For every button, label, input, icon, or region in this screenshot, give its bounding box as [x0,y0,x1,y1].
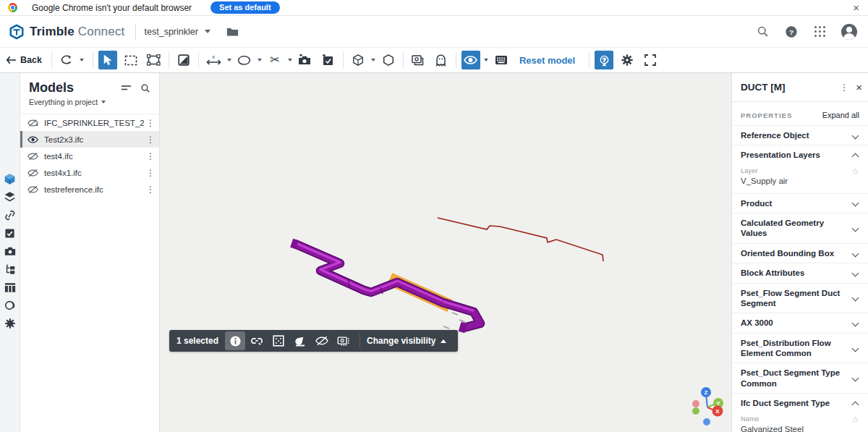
section-pset-duct-segment-type[interactable]: Pset_Duct Segment Type Common [732,363,868,393]
help-icon[interactable]: ? [783,23,800,41]
clip-tool-button[interactable]: ✂ [265,51,284,69]
area-select-button[interactable] [145,51,163,69]
orientation-gizmo: Z Y X [692,387,723,425]
trimble-connect-logo[interactable]: Trimble Connect [9,24,125,40]
settings-gear-button[interactable] [618,51,637,69]
sort-icon[interactable] [121,83,132,93]
model-name: Test2x3.ifc [44,135,83,144]
search-icon[interactable] [754,23,771,41]
viewport-3d[interactable]: Z Y X [160,73,731,432]
scope-caret-icon [101,101,106,103]
model-row[interactable]: test4.ifc ⋮ [20,148,159,164]
orbit-tool-button[interactable] [57,51,76,69]
section-product[interactable]: Product [732,193,868,213]
browser-notification-message: Google Chrome isn't your default browser [32,3,192,13]
marquee-select-button[interactable] [122,51,140,69]
screenshot-selection-icon[interactable] [333,331,354,350]
expand-all-button[interactable]: Expand all [822,111,859,119]
sidebar-clash-icon[interactable] [1,300,19,311]
view-cube-dropdown-caret[interactable] [371,59,375,62]
visibility-off-load-icon[interactable] [27,119,38,127]
chevron-down-icon [852,344,859,352]
model-menu-icon[interactable]: ⋮ [146,168,155,178]
gizmo-neg-y-dot [692,407,699,415]
toolbar-separator [343,52,344,68]
close-panel-icon[interactable]: × [856,81,862,93]
project-selector[interactable]: test_sprinkler [145,27,198,37]
model-row-selected[interactable]: Test2x3.ifc ⋮ [20,131,159,148]
visibility-on-icon[interactable] [27,135,38,144]
section-ifc-duct-segment-type[interactable]: Ifc Duct Segment Type [732,393,868,412]
section-ax-3000[interactable]: AX 3000 [732,313,868,332]
visibility-tool-button[interactable] [461,51,480,69]
hide-selection-icon[interactable] [312,331,332,350]
apps-grid-icon[interactable] [812,23,829,41]
lasso-dropdown-caret[interactable] [258,59,262,62]
section-block-attributes[interactable]: Block Attributes [732,263,868,282]
back-button[interactable]: Back [6,55,42,65]
favorite-star-icon[interactable]: ☆ [851,166,859,187]
measure-dropdown-caret[interactable] [227,59,231,62]
visibility-off-icon[interactable] [27,185,38,194]
clip-dropdown-caret[interactable] [288,59,292,62]
sidebar-layers-icon[interactable] [1,191,19,203]
help-marker-button[interactable]: ? [595,51,613,69]
solid-mode-button[interactable] [379,51,398,69]
visibility-off-icon[interactable] [27,169,38,177]
models-search-icon[interactable] [140,83,150,93]
chevron-down-icon [852,224,859,232]
ghost-mode-button[interactable] [432,51,451,69]
visibility-off-icon[interactable] [27,152,38,161]
app-header: Trimble Connect test_sprinkler ? [0,16,868,48]
scope-selector[interactable]: Everything in project [29,98,152,106]
select-tool-button[interactable] [98,51,117,69]
sidebar-links-icon[interactable] [1,209,19,221]
sidebar-todos-icon[interactable] [1,227,19,239]
section-pset-distribution-flow[interactable]: Pset_Distribution Flow Element Common [732,333,868,363]
model-row[interactable]: test4x1.ifc ⋮ [20,164,159,181]
isolate-icon[interactable] [268,331,289,350]
details-button[interactable] [225,331,245,350]
project-folder-icon[interactable] [226,27,239,37]
view-cube-button[interactable] [349,51,367,69]
visibility-dropdown-caret[interactable] [484,59,488,62]
project-caret-icon[interactable] [205,30,210,33]
properties-menu-icon[interactable]: ⋮ [840,82,848,93]
set-default-button[interactable]: Set as default [210,1,280,14]
section-presentation-layers[interactable]: Presentation Layers [732,145,868,164]
invert-colors-button[interactable] [174,51,193,69]
chevron-up-icon [852,401,859,408]
sidebar-hierarchy-icon[interactable] [1,263,19,275]
change-visibility-button[interactable]: Change visibility [367,336,452,346]
close-notification-icon[interactable]: × [853,2,859,13]
measure-tool-button[interactable]: x [204,51,224,69]
model-menu-icon[interactable]: ⋮ [146,185,155,195]
snapshot-button[interactable] [296,51,315,69]
model-row[interactable]: testreference.ifc ⋮ [20,181,159,198]
lasso-tool-button[interactable] [235,51,254,69]
toolbar-separator [51,52,52,68]
favorite-star-icon[interactable]: ☆ [851,415,859,432]
section-pset-flow-segment[interactable]: Pset_Flow Segment Duct Segment [732,283,868,313]
sidebar-views-icon[interactable] [1,245,19,257]
sidebar-models-icon[interactable] [1,173,19,185]
section-calculated-geometry[interactable]: Calculated Geometry Values [732,213,868,243]
model-row[interactable]: IFC_SPRINKLER_TEST_2x4_red... ⋮ [20,114,159,131]
markup-button[interactable] [319,51,338,69]
toolbar-separator [93,52,93,68]
reset-model-button[interactable]: Reset model [519,55,575,66]
orbit-dropdown-caret[interactable] [80,59,84,62]
fullscreen-button[interactable] [641,51,660,69]
model-menu-icon[interactable]: ⋮ [146,151,155,161]
model-menu-icon[interactable]: ⋮ [146,118,155,128]
colorize-icon[interactable] [290,331,310,350]
section-oriented-bounding-box[interactable]: Oriented Bounding Box [732,243,868,263]
user-avatar[interactable] [841,23,858,41]
image-overlay-button[interactable] [409,51,427,69]
section-reference-object[interactable]: Reference Object [732,125,868,145]
model-menu-icon[interactable]: ⋮ [146,135,155,145]
shortcuts-button[interactable] [492,51,511,69]
link-selection-icon[interactable] [247,331,267,350]
sidebar-settings-icon[interactable] [1,318,19,329]
sidebar-tables-icon[interactable] [1,281,19,293]
